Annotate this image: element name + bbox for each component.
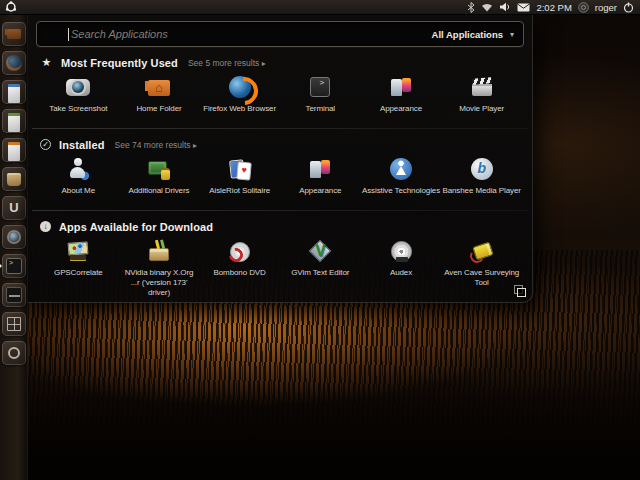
- app-label: About Me: [38, 186, 119, 196]
- search-bar: All Applications ▾: [36, 21, 524, 47]
- app-grid-available-download: GPSCorrelate NVidia binary X.Org ...r ('…: [38, 236, 522, 298]
- solitaire-cards-icon: [227, 156, 253, 182]
- launcher-item-firefox[interactable]: [2, 51, 26, 75]
- clock[interactable]: 2:02 PM: [536, 2, 571, 13]
- launcher-item-ubuntu-one[interactable]: [2, 196, 26, 220]
- app-label: Terminal: [280, 104, 361, 114]
- expand-window-icon[interactable]: [514, 285, 526, 297]
- network-wifi-icon[interactable]: [481, 2, 493, 12]
- launcher-item-writer-document[interactable]: [2, 80, 26, 104]
- drivers-board-icon: [146, 156, 172, 182]
- section-title: Most Frequently Used: [61, 57, 178, 69]
- movie-clapper-icon: [469, 74, 495, 100]
- app-grid-installed: About Me Additional Drivers AisleRiot So…: [38, 154, 522, 204]
- app-tile[interactable]: Assistive Technologies: [361, 154, 442, 204]
- section-header-installed: ✓ Installed See 74 more results ▸: [40, 138, 520, 151]
- dvd-disc-icon: [227, 238, 253, 264]
- top-panel: 2:02 PM roger: [0, 0, 640, 15]
- desktop: 2:02 PM roger: [0, 0, 640, 480]
- launcher-item-audio-app[interactable]: [2, 283, 26, 307]
- launcher-item-calc-spreadsheet[interactable]: [2, 109, 26, 133]
- app-tile[interactable]: Firefox Web Browser: [199, 72, 280, 122]
- app-tile[interactable]: Banshee Media Player: [441, 154, 522, 204]
- filter-dropdown[interactable]: All Applications ▾: [432, 22, 514, 46]
- app-tile[interactable]: AisleRiot Solitaire: [199, 154, 280, 204]
- username[interactable]: roger: [595, 2, 617, 13]
- accessibility-icon: [388, 156, 414, 182]
- section-header-available-download: ↓ Apps Available for Download: [40, 220, 520, 233]
- section-divider: [32, 128, 528, 129]
- launcher-item-impress-presentation[interactable]: [2, 138, 26, 162]
- star-icon: ★: [40, 56, 53, 69]
- app-tile[interactable]: GPSCorrelate: [38, 236, 119, 298]
- app-label: Banshee Media Player: [441, 186, 522, 196]
- cd-disc-icon: [388, 238, 414, 264]
- launcher-item-screenshot-camera[interactable]: [2, 225, 26, 249]
- app-label: Firefox Web Browser: [199, 104, 280, 114]
- app-label: Aven Cave Surveying Tool: [441, 268, 522, 288]
- terminal-icon: [307, 74, 333, 100]
- dash-overlay: All Applications ▾ ★ Most Frequently Use…: [28, 15, 533, 303]
- app-label: Take Screenshot: [38, 104, 119, 114]
- app-tile[interactable]: NVidia binary X.Org ...r ('version 173' …: [119, 236, 200, 298]
- app-tile[interactable]: Movie Player: [441, 72, 522, 122]
- camera-icon: [65, 74, 91, 100]
- app-tile[interactable]: Home Folder: [119, 72, 200, 122]
- app-tile[interactable]: Appearance: [361, 72, 442, 122]
- app-label: Audex: [361, 268, 442, 278]
- app-tile[interactable]: Appearance: [280, 154, 361, 204]
- app-tile[interactable]: Bombono DVD: [199, 236, 280, 298]
- bluetooth-icon[interactable]: [467, 2, 475, 13]
- launcher-item-software-center[interactable]: [2, 167, 26, 191]
- app-tile[interactable]: Additional Drivers: [119, 154, 200, 204]
- toolbox-icon: [146, 238, 172, 264]
- app-tile[interactable]: GVim Text Editor: [280, 236, 361, 298]
- app-label: GPSCorrelate: [38, 268, 119, 278]
- volume-icon[interactable]: [499, 2, 511, 12]
- app-label: NVidia binary X.Org ...r ('version 173' …: [119, 268, 200, 298]
- app-label: Appearance: [361, 104, 442, 114]
- launcher-item-applications-lens[interactable]: [2, 341, 26, 365]
- power-icon[interactable]: [623, 2, 634, 13]
- app-label: Movie Player: [441, 104, 522, 114]
- app-label: Home Folder: [119, 104, 200, 114]
- app-label: Bombono DVD: [199, 268, 280, 278]
- banshee-icon: [469, 156, 495, 182]
- section-title: Apps Available for Download: [59, 221, 213, 233]
- wallpaper-bottom-fade: [0, 390, 640, 480]
- see-more-link[interactable]: See 5 more results ▸: [188, 58, 266, 68]
- app-label: AisleRiot Solitaire: [199, 186, 280, 196]
- app-tile[interactable]: Audex: [361, 236, 442, 298]
- chevron-down-icon: ▾: [510, 30, 514, 39]
- app-tile[interactable]: Take Screenshot: [38, 72, 119, 122]
- app-label: Assistive Technologies: [361, 186, 442, 196]
- user-menu-icon[interactable]: [578, 2, 589, 13]
- launcher-item-workspace-switcher[interactable]: [2, 312, 26, 336]
- see-more-link[interactable]: See 74 more results ▸: [115, 140, 197, 150]
- launcher: [0, 15, 28, 480]
- arrow-right-icon: ▸: [193, 141, 197, 150]
- about-me-icon: [65, 156, 91, 182]
- app-tile[interactable]: Aven Cave Surveying Tool: [441, 236, 522, 298]
- gps-map-icon: [65, 238, 91, 264]
- section-header-most-frequently-used: ★ Most Frequently Used See 5 more result…: [40, 56, 520, 69]
- gvim-icon: [307, 238, 333, 264]
- app-tile[interactable]: Terminal: [280, 72, 361, 122]
- firefox-icon: [227, 74, 253, 100]
- launcher-item-home-folder[interactable]: [2, 22, 26, 46]
- appearance-icon: [307, 156, 333, 182]
- launcher-item-terminal[interactable]: [2, 254, 26, 278]
- app-label: Additional Drivers: [119, 186, 200, 196]
- app-tile[interactable]: About Me: [38, 154, 119, 204]
- app-grid-most-frequently-used: Take Screenshot Home Folder Firefox Web …: [38, 72, 522, 122]
- see-more-text: See 5 more results: [188, 58, 259, 68]
- ubuntu-logo-icon[interactable]: [5, 1, 17, 13]
- app-label: GVim Text Editor: [280, 268, 361, 278]
- mail-icon[interactable]: [517, 3, 530, 12]
- download-circle-icon: ↓: [40, 221, 51, 232]
- appearance-icon: [388, 74, 414, 100]
- arrow-right-icon: ▸: [262, 59, 266, 68]
- app-label: Appearance: [280, 186, 361, 196]
- section-divider: [32, 210, 528, 211]
- installed-check-icon: ✓: [40, 139, 51, 150]
